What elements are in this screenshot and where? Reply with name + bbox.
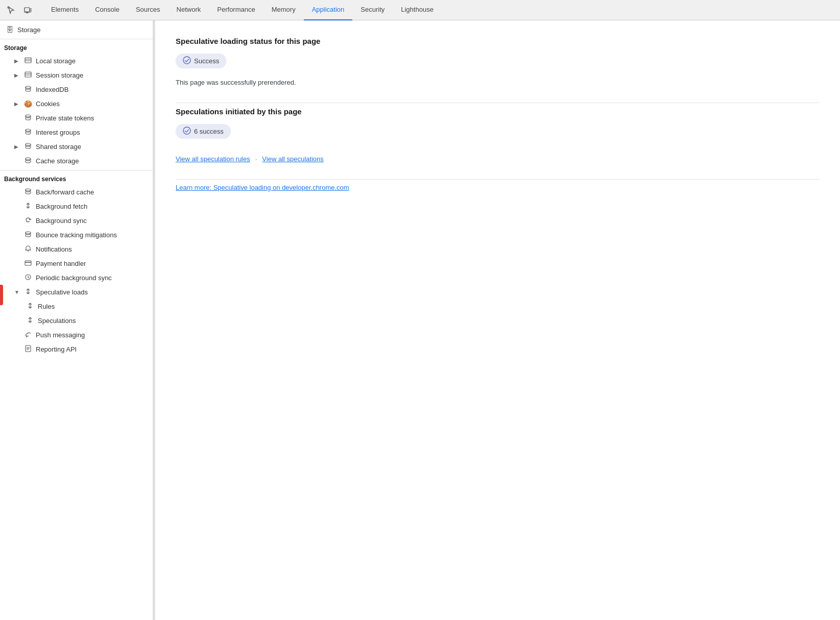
- tab-console[interactable]: Console: [87, 0, 128, 20]
- sidebar-item-bounce-tracking[interactable]: ▶ Bounce tracking mitigations: [0, 228, 153, 242]
- sidebar-item-back-forward-cache[interactable]: ▶ Back/forward cache: [0, 185, 153, 199]
- sidebar-item-cookies[interactable]: ▶ 🍪 Cookies: [0, 96, 153, 111]
- success-count-badge: 6 success: [176, 124, 231, 139]
- view-all-speculation-rules-link[interactable]: View all speculation rules: [176, 155, 250, 163]
- expand-local-storage-icon: ▶: [14, 58, 20, 64]
- notifications-icon: [23, 245, 33, 254]
- interest-groups-label: Interest groups: [36, 129, 80, 136]
- success-count-badge-text: 6 success: [194, 128, 224, 135]
- expand-session-storage-icon: ▶: [14, 72, 20, 78]
- cache-storage-label: Cache storage: [36, 157, 79, 165]
- sidebar-item-storage-top-label: Storage: [17, 26, 41, 34]
- indexeddb-icon: [23, 85, 33, 94]
- sidebar: 🗄 Storage Storage ▶ Local storage ▶ Sess…: [0, 20, 153, 620]
- device-icon[interactable]: [20, 3, 35, 17]
- tab-lighthouse[interactable]: Lighthouse: [393, 0, 442, 20]
- tabs: Elements Console Sources Network Perform…: [43, 0, 442, 20]
- push-messaging-label: Push messaging: [36, 331, 85, 339]
- background-fetch-icon: [23, 202, 33, 211]
- svg-rect-1: [25, 8, 30, 12]
- push-messaging-icon: [23, 331, 33, 339]
- sidebar-item-background-fetch[interactable]: ▶ Background fetch: [0, 199, 153, 213]
- storage-section-header: Storage: [0, 41, 153, 54]
- sidebar-item-private-state-tokens[interactable]: ▶ Private state tokens: [0, 111, 153, 125]
- periodic-background-sync-icon: [23, 274, 33, 282]
- tab-security[interactable]: Security: [352, 0, 393, 20]
- cookies-label: Cookies: [36, 100, 60, 108]
- svg-point-14: [26, 143, 31, 145]
- sidebar-item-reporting-api[interactable]: ▶ Reporting API: [0, 342, 153, 356]
- tab-memory[interactable]: Memory: [263, 0, 304, 20]
- svg-point-18: [26, 232, 31, 234]
- tab-network[interactable]: Network: [169, 0, 209, 20]
- private-state-tokens-icon: [23, 114, 33, 122]
- main-layout: 🗄 Storage Storage ▶ Local storage ▶ Sess…: [0, 20, 840, 620]
- sidebar-item-local-storage[interactable]: ▶ Local storage: [0, 54, 153, 68]
- expand-shared-storage-icon: ▶: [14, 144, 20, 150]
- background-section-header: Background services: [0, 172, 153, 185]
- tab-sources[interactable]: Sources: [128, 0, 169, 20]
- indexeddb-label: IndexedDB: [36, 86, 68, 93]
- svg-point-11: [26, 86, 31, 88]
- sidebar-item-push-messaging[interactable]: ▶ Push messaging: [0, 328, 153, 342]
- sidebar-item-shared-storage[interactable]: ▶ Shared storage: [0, 139, 153, 154]
- tab-elements[interactable]: Elements: [43, 0, 87, 20]
- interest-groups-icon: [23, 128, 33, 137]
- cursor-icon[interactable]: [4, 3, 18, 17]
- sidebar-item-periodic-background-sync[interactable]: ▶ Periodic background sync: [0, 270, 153, 285]
- speculative-loads-icon: [23, 288, 33, 296]
- sidebar-item-interest-groups[interactable]: ▶ Interest groups: [0, 125, 153, 139]
- sidebar-item-session-storage[interactable]: ▶ Session storage: [0, 68, 153, 82]
- storage-top-icon: 🗄: [5, 26, 14, 34]
- main-content: Speculative loading status for this page…: [155, 20, 840, 620]
- speculations-title: Speculations initiated by this page: [176, 107, 820, 116]
- local-storage-label: Local storage: [36, 57, 76, 65]
- sidebar-item-rules[interactable]: Rules: [0, 299, 153, 313]
- payment-handler-label: Payment handler: [36, 260, 86, 267]
- check-circle-icon: [183, 56, 191, 66]
- svg-point-16: [26, 189, 31, 191]
- sidebar-item-background-sync[interactable]: ▶ Background sync: [0, 213, 153, 228]
- sidebar-item-speculative-loads[interactable]: ▼ Speculative loads: [0, 285, 153, 299]
- expand-cookies-icon: ▶: [14, 101, 20, 107]
- toolbar: Elements Console Sources Network Perform…: [0, 0, 840, 20]
- bounce-tracking-label: Bounce tracking mitigations: [36, 231, 117, 239]
- loading-status-description: This page was successfully prerendered.: [176, 79, 820, 86]
- success-badge-text: Success: [194, 57, 219, 65]
- speculations-icon: [26, 316, 35, 325]
- success-badge: Success: [176, 54, 226, 68]
- tab-application[interactable]: Application: [304, 0, 353, 20]
- svg-rect-8: [25, 72, 31, 77]
- sidebar-item-notifications[interactable]: ▶ Notifications: [0, 242, 153, 256]
- rules-label: Rules: [38, 303, 55, 310]
- reporting-api-label: Reporting API: [36, 345, 77, 353]
- sidebar-item-indexeddb[interactable]: ▶ IndexedDB: [0, 82, 153, 96]
- notifications-label: Notifications: [36, 245, 72, 253]
- background-sync-label: Background sync: [36, 217, 87, 225]
- svg-rect-5: [25, 58, 31, 63]
- expand-speculative-loads-icon: ▼: [14, 289, 20, 295]
- sidebar-item-cache-storage[interactable]: ▶ Cache storage: [0, 154, 153, 168]
- link-separator: ·: [255, 155, 257, 163]
- speculations-section: Speculations initiated by this page 6 su…: [176, 107, 820, 180]
- periodic-background-sync-label: Periodic background sync: [36, 274, 112, 282]
- sidebar-item-speculations[interactable]: Speculations: [0, 313, 153, 328]
- session-storage-icon: [23, 71, 33, 80]
- svg-point-12: [26, 115, 31, 117]
- svg-rect-4: [30, 9, 32, 11]
- learn-more-link[interactable]: Learn more: Speculative loading on devel…: [176, 184, 349, 191]
- check-circle-count-icon: [183, 127, 191, 136]
- sidebar-item-storage-top[interactable]: 🗄 Storage: [0, 22, 153, 37]
- bounce-tracking-icon: [23, 231, 33, 239]
- loading-status-section: Speculative loading status for this page…: [176, 37, 820, 103]
- svg-rect-0: [8, 7, 9, 8]
- session-storage-label: Session storage: [36, 71, 83, 79]
- sidebar-item-payment-handler[interactable]: ▶ Payment handler: [0, 256, 153, 270]
- svg-point-30: [183, 127, 190, 134]
- cache-storage-icon: [23, 157, 33, 165]
- red-marker: [0, 285, 3, 305]
- view-all-speculations-link[interactable]: View all speculations: [262, 155, 323, 163]
- local-storage-icon: [23, 57, 33, 65]
- tab-performance[interactable]: Performance: [209, 0, 263, 20]
- shared-storage-icon: [23, 142, 33, 151]
